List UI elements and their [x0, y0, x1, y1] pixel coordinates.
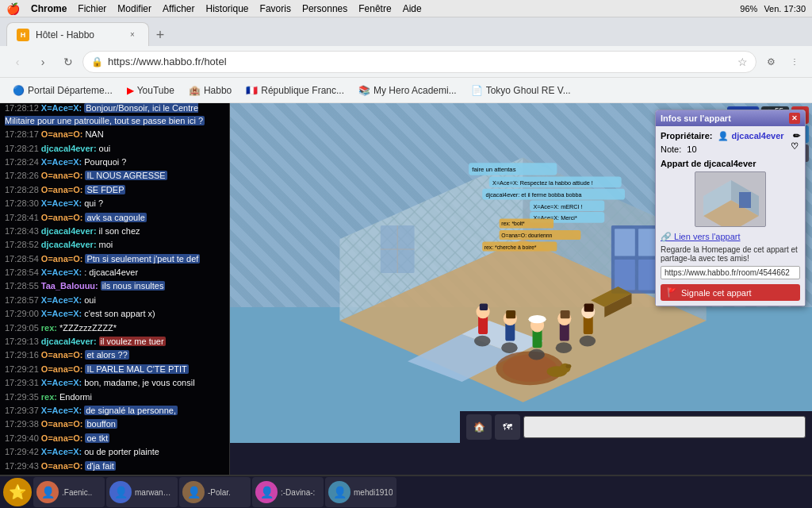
chat-username: djcacal4ever:: [41, 240, 97, 249]
bookmark-habbo[interactable]: 🏨 Habbo: [182, 81, 238, 100]
chat-time: 17:29:05: [5, 323, 39, 333]
tab-close-button[interactable]: ×: [126, 29, 139, 41]
chat-username: O=ana=O:: [41, 461, 83, 471]
forward-button[interactable]: ›: [32, 51, 54, 73]
chat-text: NAN: [85, 129, 103, 139]
chat-time: 17:29:21: [5, 364, 39, 374]
address-text: https://www.habbo.fr/hotel: [108, 56, 733, 67]
edit-icon[interactable]: ✏: [793, 131, 800, 141]
apple-icon[interactable]: 🍎: [6, 2, 20, 15]
menu-historique[interactable]: Historique: [206, 3, 249, 14]
chat-username: O=ana=O:: [41, 419, 83, 429]
menu-aide[interactable]: Aide: [403, 3, 422, 14]
svg-rect-21: [506, 310, 515, 318]
menu-modifier[interactable]: Modifier: [117, 3, 151, 14]
info-description: Regarde la Homepage de cet appart et par…: [661, 245, 800, 263]
menu-favoris[interactable]: Favoris: [260, 3, 291, 14]
extensions-button[interactable]: ⚙: [760, 51, 782, 73]
svg-rect-29: [561, 310, 570, 318]
svg-point-13: [503, 355, 557, 382]
info-note: Note: 10: [661, 144, 800, 154]
chat-panel[interactable]: 17:27:39*merci17:28:12X=Ace=X:Bonjour/Bo…: [0, 103, 230, 475]
tab-habbo[interactable]: H Hôtel - Habbo ×: [6, 22, 149, 46]
chat-message: 17:29:38O=ana=O:bouffon: [0, 418, 229, 431]
chat-text: ou de porter plainte: [84, 447, 159, 456]
chat-message: 17:29:31X=Ace=X:bon, madame, je vous con…: [0, 376, 229, 390]
svg-rect-8: [615, 260, 635, 291]
friends-bar-icon[interactable]: ⭐: [3, 478, 32, 506]
chat-time: 17:29:35: [5, 392, 39, 402]
nav-map-button[interactable]: 🗺: [495, 414, 520, 440]
chat-message: 17:29:35rex:Endormi: [0, 391, 229, 404]
info-link[interactable]: 🔗 Lien vers l'appart: [661, 232, 800, 242]
chat-time: 17:29:43: [5, 461, 39, 471]
chat-time: 17:28:55: [5, 281, 39, 291]
menu-personnes[interactable]: Personnes: [302, 3, 347, 14]
chat-text: oe tkt: [85, 433, 109, 443]
chat-time: 17:28:30: [5, 198, 39, 208]
chrome-menu-button[interactable]: ⋮: [783, 51, 806, 73]
bookmark-tokyo-label: Tokyo Ghoul RE V...: [486, 85, 571, 96]
info-popup-close-button[interactable]: ✕: [789, 113, 800, 124]
chat-text: oui: [99, 144, 111, 153]
friend-item[interactable]: 👤 .Faenic..: [33, 477, 105, 507]
chat-username: rex:: [41, 323, 57, 333]
chat-text: IL NOUS AGRESSE: [85, 171, 167, 180]
nav-home-button[interactable]: 🏠: [466, 414, 492, 440]
chat-message: 17:28:28O=ana=O:SE FDEP: [0, 183, 229, 197]
bookmark-portail-label: Portail Départeme...: [28, 85, 113, 96]
friend-name: marwan77176: [135, 488, 174, 497]
new-tab-button[interactable]: +: [149, 24, 171, 46]
reload-button[interactable]: ↻: [57, 51, 79, 73]
heart-icon[interactable]: ♡: [791, 141, 799, 152]
menu-fenetre[interactable]: Fenêtre: [358, 3, 391, 14]
friend-avatar: 👤: [109, 481, 132, 503]
menu-afficher[interactable]: Afficher: [163, 3, 194, 14]
back-button[interactable]: ‹: [6, 51, 29, 73]
chat-time: 17:28:28: [5, 185, 39, 194]
chat-text: c'est son appart x): [84, 309, 155, 318]
svg-text:X=Ace=X: mERCI !: X=Ace=X: mERCI !: [533, 203, 582, 210]
chat-message: 17:29:40O=ana=O:oe tkt: [0, 432, 229, 445]
chat-message: 17:28:55Taa_Balouuu:ils nous insultes: [0, 279, 229, 293]
menu-fichier[interactable]: Fichier: [78, 3, 106, 14]
bookmark-portail[interactable]: 🔵 Portail Départeme...: [6, 81, 119, 100]
svg-point-25: [528, 315, 546, 323]
chat-text: SE FDEP: [85, 185, 125, 194]
tab-bar: H Hôtel - Habbo × +: [0, 17, 812, 46]
friend-item[interactable]: 👤 marwan77176: [106, 477, 178, 507]
chat-message: 17:28:26O=ana=O:IL NOUS AGRESSE: [0, 169, 229, 183]
bookmark-habbo-label: Habbo: [204, 85, 232, 96]
game-visual[interactable]: faire un attentas X=Ace=X: Respectez la …: [230, 103, 812, 443]
report-button[interactable]: 🚩 Signale cet appart: [661, 284, 800, 301]
svg-text:rex: *cherche à boire*: rex: *cherche à boire*: [485, 244, 537, 250]
chat-message: 17:28:54X=Ace=X:: djcacal4ever: [0, 266, 229, 279]
chat-text: *ZZZzzzZZZZ*: [59, 323, 117, 333]
chat-message: 17:29:43O=ana=O:d'ja fait: [0, 460, 229, 473]
chat-input[interactable]: [523, 416, 806, 438]
bookmark-myhero-icon: 📚: [358, 85, 370, 96]
bookmark-republique[interactable]: 🇫🇷 République Franc...: [239, 81, 350, 100]
chat-username: O=ana=O:: [41, 364, 83, 374]
chat-message: 17:29:13djcacal4ever:il voulez me tuer: [0, 335, 229, 348]
chat-time: 17:28:54: [5, 254, 39, 264]
bookmark-tokyo[interactable]: 📄 Tokyo Ghoul RE V...: [465, 81, 577, 100]
address-bar[interactable]: 🔒 https://www.habbo.fr/hotel ☆: [82, 51, 756, 73]
friend-item[interactable]: 👤 -Polar.: [179, 477, 251, 507]
bookmark-star[interactable]: ☆: [737, 56, 748, 68]
menu-app-name[interactable]: Chrome: [31, 3, 67, 14]
bookmark-youtube[interactable]: ▶ YouTube: [121, 81, 181, 100]
chat-username: X=Ace=X:: [41, 447, 82, 456]
friend-item[interactable]: 👤 mehdi1910: [325, 477, 396, 507]
note-value: 10: [687, 144, 696, 154]
bookmark-myhero[interactable]: 📚 My Hero Academi...: [352, 81, 463, 100]
chat-message: 17:28:57X=Ace=X:oui: [0, 294, 229, 307]
chat-text: avk sa cagoule: [85, 213, 146, 222]
chat-time: 17:28:24: [5, 157, 39, 167]
friend-item[interactable]: 👤 :-Davina-:: [252, 477, 324, 507]
svg-text:rex: *bolt*: rex: *bolt*: [501, 221, 525, 226]
tab-favicon: H: [17, 29, 29, 41]
friend-name: -Polar.: [208, 488, 231, 497]
bookmark-habbo-icon: 🏨: [189, 85, 201, 96]
bookmark-youtube-label: YouTube: [137, 85, 174, 96]
